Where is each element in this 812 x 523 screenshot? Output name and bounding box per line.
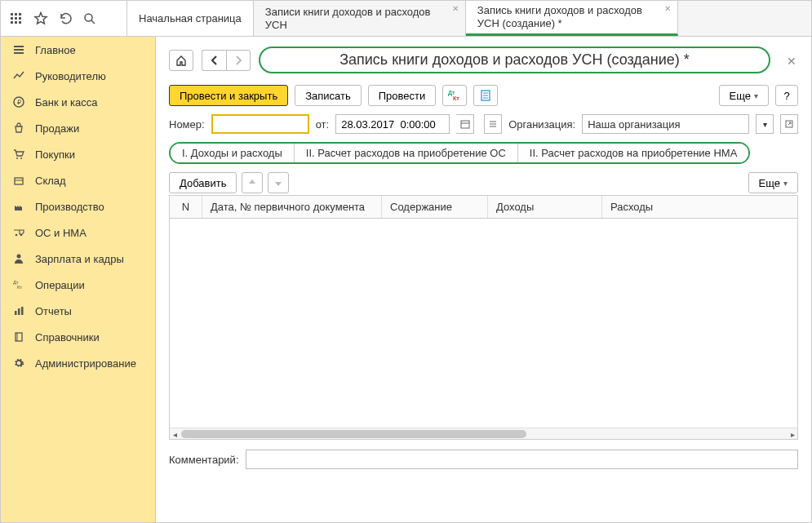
- sidebar-item-main[interactable]: Главное: [1, 37, 155, 63]
- svg-line-10: [91, 20, 95, 24]
- svg-point-9: [85, 14, 92, 21]
- tab-document[interactable]: Запись книги доходов и расходов УСН (соз…: [466, 1, 678, 36]
- gear-icon: [12, 357, 25, 370]
- svg-point-20: [16, 234, 18, 237]
- org-value: Наша организация: [588, 118, 680, 131]
- sidebar-item-label: Отчеты: [35, 305, 72, 317]
- forward-button[interactable]: [226, 50, 251, 71]
- table-more-button[interactable]: Еще: [748, 172, 798, 193]
- tab-label: Запись книги доходов и расходов УСН (соз…: [477, 4, 658, 29]
- main-content: Запись книги доходов и расходов УСН (соз…: [156, 37, 811, 522]
- post-button[interactable]: Провести: [368, 85, 437, 106]
- sidebar-item-label: Производство: [35, 201, 104, 213]
- sidebar-item-bank[interactable]: ₽ Банк и касса: [1, 89, 155, 115]
- post-and-close-button[interactable]: Провести и закрыть: [169, 85, 288, 106]
- svg-rect-2: [19, 13, 21, 16]
- home-button[interactable]: [169, 50, 193, 71]
- svg-rect-4: [15, 17, 17, 20]
- help-button[interactable]: ?: [775, 85, 798, 106]
- comment-input[interactable]: [246, 450, 799, 469]
- svg-text:Кт: Кт: [453, 95, 459, 101]
- number-label: Номер:: [169, 118, 205, 131]
- svg-rect-6: [11, 21, 13, 24]
- date-label: от:: [316, 118, 330, 131]
- svg-rect-26: [18, 308, 20, 315]
- nav-group: [202, 50, 251, 71]
- more-button[interactable]: Еще: [719, 85, 769, 106]
- sidebar-item-label: Операции: [35, 279, 85, 291]
- sidebar-item-assets[interactable]: ОС и НМА: [1, 219, 155, 246]
- ruble-icon: ₽: [12, 95, 25, 109]
- move-down-icon[interactable]: [268, 172, 289, 193]
- table: N Дата, № первичного документа Содержани…: [169, 195, 798, 440]
- close-icon[interactable]: ✕: [664, 4, 672, 12]
- comment-row: Комментарий:: [169, 450, 798, 469]
- history-icon[interactable]: [58, 11, 73, 26]
- col-n[interactable]: N: [170, 196, 202, 218]
- tab-list[interactable]: Записи книги доходов и расходов УСН ✕: [254, 1, 466, 36]
- calendar-icon[interactable]: [456, 114, 474, 134]
- sidebar-item-purchases[interactable]: Покупки: [1, 141, 155, 167]
- move-up-icon[interactable]: [242, 172, 263, 193]
- number-input[interactable]: [211, 114, 309, 134]
- book-icon: [12, 330, 25, 343]
- org-select[interactable]: Наша организация: [582, 114, 749, 134]
- document-button[interactable]: [473, 85, 498, 106]
- tabs: Начальная страница Записи книги доходов …: [127, 1, 811, 36]
- inner-tab-nma[interactable]: II. Расчет расходов на приобретение НМА: [518, 144, 748, 162]
- close-icon[interactable]: ✕: [787, 55, 798, 66]
- table-body[interactable]: [170, 219, 797, 428]
- back-button[interactable]: [202, 50, 226, 71]
- col-content[interactable]: Содержание: [382, 196, 488, 218]
- sidebar-item-label: Администрирование: [35, 357, 136, 370]
- org-label: Организация:: [508, 118, 575, 131]
- add-button[interactable]: Добавить: [169, 172, 237, 193]
- sidebar-item-label: Покупки: [35, 148, 75, 161]
- svg-rect-3: [11, 17, 13, 20]
- inner-tab-income-expense[interactable]: I. Доходы и расходы: [171, 144, 295, 162]
- sidebar-item-reports[interactable]: Отчеты: [1, 298, 155, 324]
- col-expense[interactable]: Расходы: [602, 196, 797, 218]
- sidebar: Главное Руководителю ₽ Банк и касса Прод…: [1, 37, 156, 522]
- sidebar-item-warehouse[interactable]: Склад: [1, 167, 155, 193]
- scroll-right-icon[interactable]: ▸: [788, 429, 797, 439]
- dropdown-icon[interactable]: ▾: [756, 114, 774, 134]
- dt-kt-button[interactable]: ДтКт: [442, 85, 467, 106]
- scroll-left-icon[interactable]: ◂: [170, 429, 180, 439]
- date-input[interactable]: [335, 114, 450, 134]
- chart-icon: [12, 69, 25, 82]
- write-button[interactable]: Записать: [295, 85, 362, 106]
- search-icon[interactable]: [82, 11, 97, 26]
- sidebar-item-hr[interactable]: Зарплата и кадры: [1, 246, 155, 272]
- sidebar-item-label: Продажи: [35, 122, 79, 135]
- star-icon[interactable]: [33, 11, 48, 26]
- col-doc[interactable]: Дата, № первичного документа: [202, 196, 382, 218]
- form-row: Номер: от: Организация: Наша организация…: [169, 114, 798, 134]
- apps-icon[interactable]: [9, 11, 24, 26]
- sidebar-item-operations[interactable]: ДтКт Операции: [1, 272, 155, 298]
- sidebar-item-admin[interactable]: Администрирование: [1, 350, 155, 376]
- sidebar-item-references[interactable]: Справочники: [1, 324, 155, 350]
- sidebar-item-label: Руководителю: [35, 70, 106, 82]
- debit-credit-icon: ДтКт: [12, 278, 25, 291]
- box-icon: [12, 174, 25, 187]
- tab-label: Записи книги доходов и расходов УСН: [265, 6, 446, 31]
- col-income[interactable]: Доходы: [488, 196, 602, 218]
- svg-rect-7: [15, 21, 17, 24]
- inner-tab-os[interactable]: II. Расчет расходов на приобретение ОС: [295, 144, 518, 162]
- person-icon: [12, 252, 25, 265]
- tab-home[interactable]: Начальная страница: [127, 1, 254, 36]
- sidebar-item-manager[interactable]: Руководителю: [1, 63, 155, 89]
- sidebar-item-sales[interactable]: Продажи: [1, 115, 155, 141]
- sidebar-item-production[interactable]: Производство: [1, 193, 155, 219]
- list-icon[interactable]: [484, 114, 502, 134]
- scroll-thumb[interactable]: [181, 430, 526, 438]
- sidebar-item-label: Главное: [35, 44, 76, 56]
- close-icon[interactable]: ✕: [452, 4, 460, 12]
- horizontal-scrollbar[interactable]: ◂ ▸: [170, 428, 797, 439]
- open-icon[interactable]: [780, 114, 798, 134]
- truck-icon: [12, 226, 25, 239]
- svg-point-17: [20, 157, 22, 159]
- svg-rect-28: [16, 333, 22, 341]
- tab-label: Начальная страница: [139, 12, 242, 25]
